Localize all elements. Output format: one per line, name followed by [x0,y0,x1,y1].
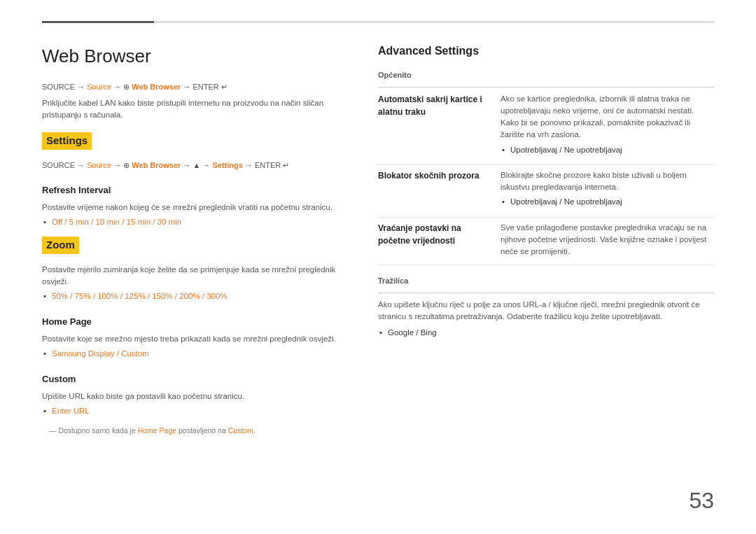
refresh-interval-list: Off / 5 min / 10 min / 15 min / 30 min [42,216,350,228]
source-enter: → ENTER ↵ [181,83,227,91]
page-title: Web Browser [42,43,350,70]
settings-link: Settings [212,161,242,169]
trazilica-label: Tražilica [378,275,714,287]
top-line-light [154,21,714,23]
home-page-desc: Postavite koje se mrežno mjesto treba pr… [42,333,350,345]
footnote-middle: postavljeno na [176,426,228,435]
trazilica-divider [378,293,714,293]
settings-source-prefix: SOURCE → [42,161,87,169]
zoom-list: 50% / 75% / 100% / 125% / 150% / 200% / … [42,290,350,302]
right-row-3-label: Vraćanje postavki na početne vrijednosti [378,222,486,258]
right-row-2-text: Blokirajte skočne prozore kako biste uži… [500,171,687,191]
settings-source-line: SOURCE → Source → ⊕ Web Browser → ▲ → Se… [42,160,350,171]
right-row-2-list: Upotrebljavaj / Ne upotrebljavaj [500,196,714,208]
right-row-1-content: Ako se kartice preglednika, izbornik ili… [500,93,714,157]
settings-heading: Settings [42,132,92,150]
custom-heading: Custom [42,372,350,386]
settings-icon: → ⊕ [111,161,132,169]
footnote-homepage-link: Home Page [138,426,176,435]
home-page-bullet: Samsung Display / Custom [42,348,350,360]
right-row-2-content: Blokirajte skočne prozore kako biste uži… [500,169,714,210]
opcenito-label: Općenito [378,69,714,81]
refresh-interval-bullet: Off / 5 min / 10 min / 15 min / 30 min [42,216,350,228]
custom-list: Enter URL [42,405,350,417]
top-decorative-lines [42,21,714,23]
settings-source-link: Source [87,161,111,169]
settings-enter: → ENTER ↵ [243,161,289,169]
source-arrow: → ⊕ [111,83,132,91]
refresh-interval-desc: Postavite vrijeme nakon kojeg će se mrež… [42,202,350,213]
source-prefix: SOURCE → [42,83,87,91]
settings-arrow: → ▲ → [181,161,212,169]
right-row-1-text-1: Ako se kartice preglednika, izbornik ili… [500,94,694,115]
footnote-custom-link: Custom [228,426,253,435]
right-row-3-content: Sve vaše prilagođene postavke preglednik… [500,222,714,258]
opcenito-divider [378,87,714,87]
right-row-2-label: Blokator skočnih prozora [378,169,486,210]
right-column: Advanced Settings Općenito Automatski sa… [378,43,714,437]
right-row-3-text: Sve vaše prilagođene postavke preglednik… [500,223,707,256]
right-row-3: Vraćanje postavki na početne vrijednosti… [378,222,714,266]
zoom-desc: Postavite mjerilo zumiranja koje želite … [42,264,350,288]
footnote-suffix: . [253,426,255,435]
left-column: Web Browser SOURCE → Source → ⊕ Web Brow… [42,43,350,437]
footnote-prefix: Dostupno samo kada je [58,426,137,435]
home-page-heading: Home Page [42,315,350,329]
custom-footnote: — Dostupno samo kada je Home Page postav… [42,426,350,437]
right-row-1-label: Automatski sakrij kartice i alatnu traku [378,93,486,157]
right-row-2-bullet: Upotrebljavaj / Ne upotrebljavaj [500,196,714,208]
main-content: Web Browser SOURCE → Source → ⊕ Web Brow… [42,43,714,437]
custom-bullet: Enter URL [42,405,350,417]
trazilica-bullet: Google / Bing [378,327,714,339]
page: Web Browser SOURCE → Source → ⊕ Web Brow… [0,0,756,534]
advanced-settings-title: Advanced Settings [378,43,714,59]
custom-desc: Upišite URL kako biste ga postavili kao … [42,391,350,402]
zoom-heading: Zoom [42,237,79,254]
trazilica-desc: Ako upišete ključnu riječ u polje za uno… [378,299,714,323]
right-row-1-bullet: Upotrebljavaj / Ne upotrebljavaj [500,144,714,156]
right-row-1: Automatski sakrij kartice i alatnu traku… [378,93,714,165]
page-number: 53 [689,484,714,517]
right-row-1-list: Upotrebljavaj / Ne upotrebljavaj [500,144,714,156]
home-page-list: Samsung Display / Custom [42,348,350,360]
source-line-1: SOURCE → Source → ⊕ Web Browser → ENTER … [42,81,350,93]
trazilica-list: Google / Bing [378,327,714,339]
top-line-dark [42,21,154,23]
zoom-bullet: 50% / 75% / 100% / 125% / 150% / 200% / … [42,290,350,302]
settings-webbrowser-link: Web Browser [132,161,181,169]
webbrowser-link: Web Browser [132,83,181,91]
right-row-2: Blokator skočnih prozora Blokirajte skoč… [378,169,714,218]
footnote-dash: — [49,426,58,435]
source-link: Source [87,83,111,91]
right-row-1-text-2: Kako bi se ponovno prikazali, pomaknite … [500,118,690,139]
intro-desc: Priključite kabel LAN kako biste pristup… [42,97,350,122]
refresh-interval-heading: Refresh Interval [42,183,350,197]
